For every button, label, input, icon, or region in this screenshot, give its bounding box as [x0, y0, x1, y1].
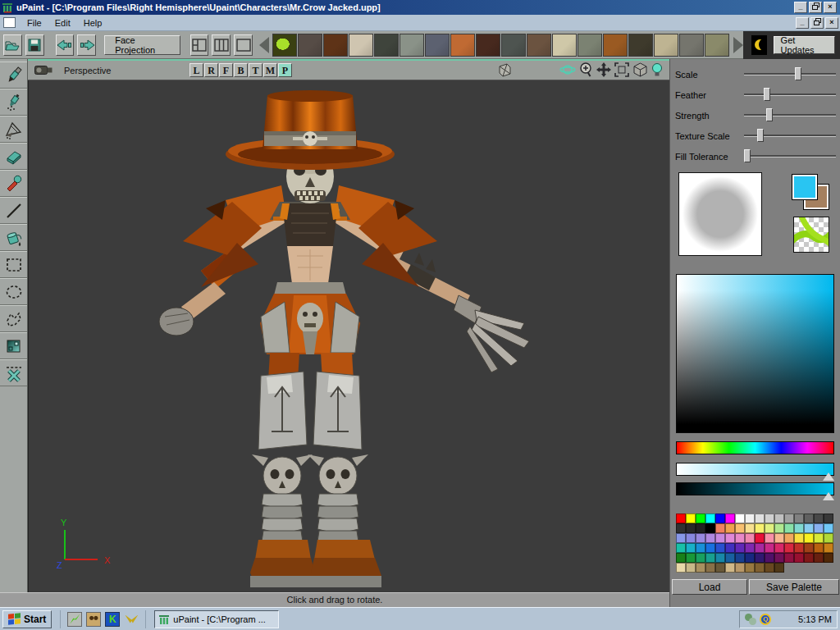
- palette-cell-4-6[interactable]: [735, 553, 745, 563]
- ellipse-select-tool[interactable]: [0, 278, 27, 305]
- texture-swatch-14[interactable]: [628, 34, 653, 57]
- slider-thumb-strength[interactable]: [766, 108, 773, 121]
- close-button[interactable]: ×: [824, 2, 837, 13]
- eraser-tool[interactable]: [0, 143, 27, 170]
- quicklaunch-wing-icon[interactable]: [124, 612, 139, 627]
- palette-cell-4-9[interactable]: [765, 553, 774, 563]
- palette-cell-0-13[interactable]: [804, 514, 814, 523]
- palette-cell-0-15[interactable]: [824, 514, 833, 523]
- slider-thumb-scale[interactable]: [795, 67, 801, 80]
- palette-cell-1-8[interactable]: [755, 523, 765, 533]
- texture-swatch-4[interactable]: [374, 34, 399, 57]
- palette-cell-3-8[interactable]: [755, 543, 765, 553]
- palette-cell-3-14[interactable]: [814, 543, 824, 553]
- layout-single-button[interactable]: [234, 34, 253, 56]
- palette-cell-2-0[interactable]: [676, 533, 686, 543]
- palette-cell-3-10[interactable]: [774, 543, 784, 553]
- child-close-button[interactable]: ×: [825, 17, 838, 29]
- palette-cell-2-4[interactable]: [715, 533, 725, 543]
- palette-cell-0-1[interactable]: [686, 514, 696, 523]
- layout-columns-button[interactable]: [212, 34, 231, 56]
- fill-bucket-tool[interactable]: [0, 224, 27, 251]
- palette-cell-0-9[interactable]: [765, 514, 774, 523]
- palette-cell-4-0[interactable]: [676, 553, 686, 563]
- palette-cell-4-1[interactable]: [686, 553, 696, 563]
- child-restore-button[interactable]: [810, 17, 824, 29]
- texture-swatch-3[interactable]: [349, 34, 373, 57]
- slider-track-texture-scale[interactable]: [744, 135, 836, 137]
- texture-swatch-0[interactable]: [272, 34, 297, 57]
- pan-icon[interactable]: [596, 62, 611, 77]
- slider-thumb-feather[interactable]: [764, 88, 770, 101]
- palette-cell-0-2[interactable]: [696, 514, 705, 523]
- taskbar-upaint-button[interactable]: uPaint - [C:\Program ...: [154, 610, 279, 628]
- view-btn-b[interactable]: B: [234, 63, 248, 77]
- airbrush-tool[interactable]: [0, 89, 27, 116]
- palette-cell-3-6[interactable]: [735, 543, 745, 553]
- slider-thumb-texture-scale[interactable]: [757, 129, 764, 142]
- texture-swatch-6[interactable]: [425, 34, 450, 57]
- palette-cell-2-7[interactable]: [745, 533, 755, 543]
- lasso-select-tool[interactable]: [0, 305, 27, 332]
- palette-cell-3-1[interactable]: [686, 543, 696, 553]
- texture-swatch-1[interactable]: [298, 34, 322, 57]
- palette-cell-2-6[interactable]: [735, 533, 745, 543]
- cube-faces-icon[interactable]: [632, 62, 648, 77]
- palette-cell-1-9[interactable]: [765, 523, 774, 533]
- palette-cell-2-13[interactable]: [804, 533, 814, 543]
- palette-cell-0-0[interactable]: [676, 514, 686, 523]
- tray-spheres-icon[interactable]: [745, 614, 756, 625]
- palette-cell-0-8[interactable]: [755, 514, 765, 523]
- palette-cell-1-12[interactable]: [794, 523, 804, 533]
- palette-cell-0-4[interactable]: [715, 514, 725, 523]
- texture-swatch-7[interactable]: [450, 34, 475, 57]
- view-btn-m[interactable]: M: [263, 63, 277, 77]
- view-btn-t[interactable]: T: [249, 63, 262, 77]
- layout-split-button[interactable]: [190, 34, 209, 56]
- palette-cell-3-4[interactable]: [715, 543, 725, 553]
- palette-cell-1-5[interactable]: [725, 523, 735, 533]
- palette-cell-4-13[interactable]: [804, 553, 814, 563]
- palette-cell-2-5[interactable]: [725, 533, 735, 543]
- open-button[interactable]: [3, 34, 22, 56]
- palette-cell-1-0[interactable]: [676, 523, 686, 533]
- view-btn-p[interactable]: P: [278, 63, 292, 77]
- palette-cell-2-1[interactable]: [686, 533, 696, 543]
- face-projection-button[interactable]: Face Projection: [104, 35, 180, 55]
- slider-thumb-fill-tolerance[interactable]: [744, 149, 751, 162]
- palette-cell-1-7[interactable]: [745, 523, 755, 533]
- quicklaunch-k-icon[interactable]: K: [105, 612, 120, 627]
- palette-cell-4-8[interactable]: [755, 553, 765, 563]
- texture-swatch-16[interactable]: [679, 34, 704, 57]
- face-fill-tool[interactable]: [0, 332, 27, 359]
- value-marker[interactable]: [823, 492, 834, 500]
- palette-cell-4-10[interactable]: [774, 553, 784, 563]
- texture-swatch-5[interactable]: [399, 34, 424, 57]
- undo-button[interactable]: [56, 34, 75, 56]
- palette-cell-1-6[interactable]: [735, 523, 745, 533]
- save-palette-button[interactable]: Save Palette: [749, 579, 839, 595]
- palette-cell-5-4[interactable]: [715, 563, 725, 573]
- palette-cell-4-11[interactable]: [784, 553, 794, 563]
- paint-brush-tool[interactable]: [0, 62, 27, 89]
- palette-cell-5-7[interactable]: [745, 563, 755, 573]
- palette-cell-2-14[interactable]: [814, 533, 824, 543]
- palette-cell-1-15[interactable]: [824, 523, 833, 533]
- palette-cell-3-0[interactable]: [676, 543, 686, 553]
- fit-view-icon[interactable]: [614, 62, 629, 77]
- spray-mask-tool[interactable]: [0, 116, 27, 143]
- texture-swatch-9[interactable]: [501, 34, 526, 57]
- light-bulb-icon[interactable]: [651, 62, 663, 77]
- palette-cell-2-3[interactable]: [705, 533, 715, 543]
- get-updates-button[interactable]: Get Updates: [774, 36, 835, 54]
- saturation-bar[interactable]: [676, 463, 834, 476]
- palette-cell-3-2[interactable]: [696, 543, 705, 553]
- slider-track-strength[interactable]: [744, 114, 836, 116]
- palette-cell-0-10[interactable]: [774, 514, 784, 523]
- palette-cell-4-4[interactable]: [715, 553, 725, 563]
- texture-swatch-2[interactable]: [323, 34, 348, 57]
- palette-cell-3-12[interactable]: [794, 543, 804, 553]
- palette-cell-0-6[interactable]: [735, 514, 745, 523]
- view-btn-l[interactable]: L: [189, 63, 203, 77]
- palette-cell-1-2[interactable]: [696, 523, 705, 533]
